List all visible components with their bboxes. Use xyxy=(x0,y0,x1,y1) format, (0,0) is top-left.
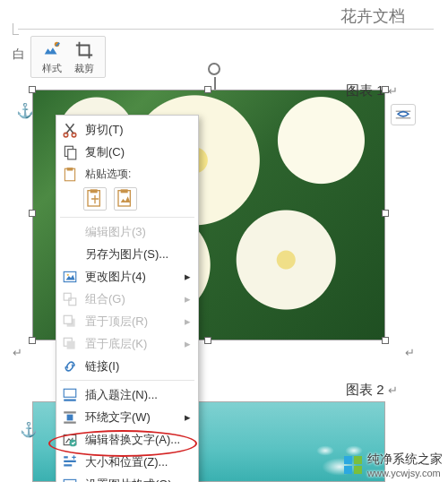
menu-bring-front-label: 置于顶层(R) xyxy=(85,314,177,330)
crop-icon xyxy=(74,40,94,60)
paste-keep-formatting-button[interactable] xyxy=(83,187,107,211)
menu-group: 组合(G) ▸ xyxy=(56,288,198,310)
group-icon xyxy=(62,291,78,307)
resize-handle[interactable] xyxy=(29,337,36,344)
ribbon-box: 样式 裁剪 xyxy=(30,36,106,78)
resize-handle[interactable] xyxy=(204,337,211,344)
menu-paste-header: 粘贴选项: xyxy=(56,163,198,185)
ruler-line xyxy=(18,29,434,30)
svg-rect-8 xyxy=(67,168,73,170)
menu-wrap-text[interactable]: 环绕文字(W) ▸ xyxy=(56,406,198,428)
svg-rect-12 xyxy=(121,189,128,193)
menu-separator xyxy=(60,217,194,218)
resize-handle[interactable] xyxy=(382,210,389,217)
crop-button[interactable]: 裁剪 xyxy=(69,40,99,75)
menu-group-label: 组合(G) xyxy=(85,291,177,307)
para-mark-icon: ↵ xyxy=(13,346,22,359)
menu-format-picture[interactable]: 设置图片格式(O)... xyxy=(56,473,198,482)
watermark-link: www.ycwjsy.com xyxy=(367,468,443,478)
menu-save-as-picture-label: 另存为图片(S)... xyxy=(85,246,191,263)
layout-options-button[interactable] xyxy=(391,104,416,125)
svg-rect-25 xyxy=(67,414,73,420)
para-mark-icon: ↵ xyxy=(388,84,398,98)
chevron-right-icon: ▸ xyxy=(185,292,191,306)
chevron-right-icon: ▸ xyxy=(185,337,191,350)
caption-1: 图表 1 ↵ xyxy=(346,82,398,99)
menu-cut[interactable]: 剪切(T) xyxy=(56,118,198,141)
menu-copy[interactable]: 复制(C) xyxy=(56,141,198,163)
menu-link-label: 链接(I) xyxy=(85,358,191,374)
document-title: 花卉文档 xyxy=(340,5,405,27)
wrap-text-icon xyxy=(62,409,78,426)
svg-rect-21 xyxy=(64,389,76,397)
svg-rect-6 xyxy=(68,149,76,159)
para-mark-icon: ↵ xyxy=(405,346,415,359)
svg-rect-23 xyxy=(64,411,76,413)
paste-icon xyxy=(62,167,78,183)
menu-alt-text[interactable]: 编辑替换文字(A)... xyxy=(56,428,198,451)
anchor-icon: ⚓ xyxy=(20,421,38,438)
bring-front-icon xyxy=(62,314,78,330)
menu-change-picture-label: 更改图片(4) xyxy=(85,269,177,285)
resize-handle[interactable] xyxy=(204,86,211,93)
styles-icon xyxy=(42,40,62,60)
menu-format-picture-label: 设置图片格式(O)... xyxy=(85,477,191,483)
menu-alt-text-label: 编辑替换文字(A)... xyxy=(85,432,191,448)
svg-point-4 xyxy=(72,133,76,137)
resize-handle[interactable] xyxy=(382,337,389,344)
svg-point-3 xyxy=(64,133,68,137)
para-mark-icon: ↵ xyxy=(388,383,398,397)
svg-rect-30 xyxy=(64,464,72,466)
menu-change-picture[interactable]: 更改图片(4) ▸ xyxy=(56,265,198,288)
bg-color-button[interactable]: 白 xyxy=(13,36,25,63)
paste-options-row xyxy=(56,185,198,214)
clipboard-icon xyxy=(84,188,106,210)
menu-edit-picture-label: 编辑图片(3) xyxy=(85,224,191,240)
change-picture-icon xyxy=(62,269,78,285)
svg-rect-20 xyxy=(67,340,75,349)
paste-picture-button[interactable] xyxy=(114,187,137,211)
menu-edit-picture: 编辑图片(3) xyxy=(56,220,198,243)
cut-icon xyxy=(62,122,78,138)
menu-save-as-picture[interactable]: 另存为图片(S)... xyxy=(56,243,198,265)
caption-2: 图表 2 ↵ xyxy=(346,382,398,399)
crop-label: 裁剪 xyxy=(74,62,94,75)
resize-handle[interactable] xyxy=(29,86,36,93)
context-menu: 剪切(T) 复制(C) 粘贴选项: 编辑图片(3) 另存为图片(S)... 更改… xyxy=(56,115,199,482)
svg-rect-10 xyxy=(90,189,98,193)
svg-point-14 xyxy=(67,273,69,275)
chevron-right-icon: ▸ xyxy=(185,314,191,328)
menu-insert-caption[interactable]: 插入题注(N)... xyxy=(56,383,198,406)
menu-send-back: 置于底层(K) ▸ xyxy=(56,332,198,355)
svg-rect-29 xyxy=(64,460,76,461)
format-picture-icon xyxy=(62,477,78,483)
menu-paste-header-label: 粘贴选项: xyxy=(85,167,191,182)
send-back-icon xyxy=(62,336,78,352)
menu-copy-label: 复制(C) xyxy=(85,144,191,160)
svg-point-27 xyxy=(69,439,76,446)
ribbon-group: 白 样式 裁剪 xyxy=(13,36,106,78)
alt-text-icon xyxy=(62,432,78,448)
svg-rect-2 xyxy=(396,117,411,119)
menu-link[interactable]: 链接(I) xyxy=(56,355,198,377)
svg-rect-18 xyxy=(64,315,72,323)
svg-rect-24 xyxy=(64,421,76,423)
rotation-handle[interactable] xyxy=(208,63,220,75)
chevron-right-icon: ▸ xyxy=(185,270,191,283)
styles-label: 样式 xyxy=(42,62,62,75)
picture-styles-button[interactable]: 样式 xyxy=(37,40,67,75)
menu-size-position[interactable]: 大小和位置(Z)... xyxy=(56,451,198,473)
caption-icon xyxy=(62,387,78,403)
svg-rect-22 xyxy=(64,399,76,400)
copy-icon xyxy=(62,144,78,160)
watermark-name: 纯净系统之家 xyxy=(367,452,443,468)
svg-rect-16 xyxy=(69,297,76,305)
menu-cut-label: 剪切(T) xyxy=(85,122,191,138)
caption-1-text: 图表 1 xyxy=(346,82,384,98)
menu-wrap-text-label: 环绕文字(W) xyxy=(85,409,177,426)
menu-insert-caption-label: 插入题注(N)... xyxy=(85,387,191,403)
resize-handle[interactable] xyxy=(29,210,36,217)
svg-rect-15 xyxy=(64,293,71,300)
link-icon xyxy=(62,358,78,374)
watermark: 纯净系统之家 www.ycwjsy.com xyxy=(344,452,443,478)
